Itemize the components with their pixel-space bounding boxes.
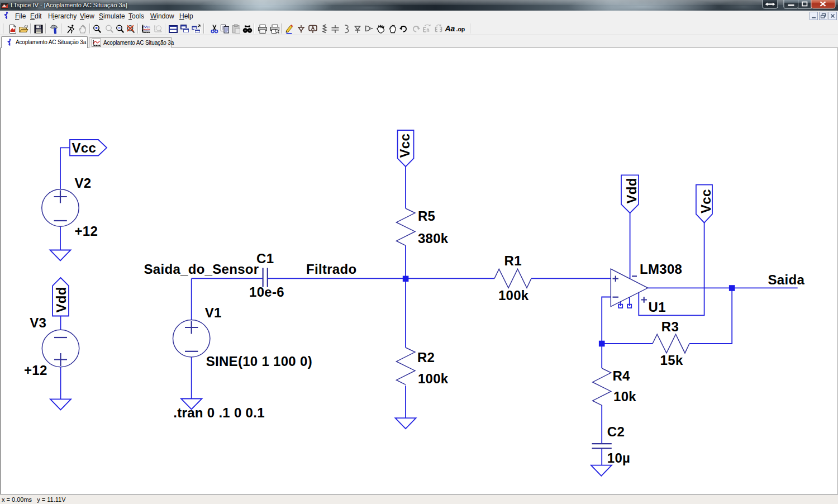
svg-text:Aa: Aa xyxy=(445,24,455,33)
svg-text:Saida_do_Sensor: Saida_do_Sensor xyxy=(144,261,259,277)
svg-text:+12: +12 xyxy=(24,363,47,378)
svg-text:Vdd: Vdd xyxy=(624,178,639,203)
svg-text:100k: 100k xyxy=(498,288,529,303)
svg-text:U1: U1 xyxy=(649,299,666,315)
svg-text:380k: 380k xyxy=(418,231,449,246)
svg-text:10µ: 10µ xyxy=(607,450,630,465)
svg-text:Filtrado: Filtrado xyxy=(306,261,356,277)
svg-text:V3: V3 xyxy=(30,315,46,330)
svg-text:10e-6: 10e-6 xyxy=(249,284,284,299)
svg-text:R3: R3 xyxy=(661,319,679,334)
svg-text:Vdd: Vdd xyxy=(54,287,69,312)
svg-text:V1: V1 xyxy=(205,305,222,320)
svg-text:10k: 10k xyxy=(613,389,636,404)
svg-text:LM308: LM308 xyxy=(640,261,682,277)
svg-text:Vcc: Vcc xyxy=(72,140,97,155)
svg-text:C2: C2 xyxy=(607,424,625,439)
svg-text:R5: R5 xyxy=(418,208,435,224)
svg-text:SINE(10 1 100 0): SINE(10 1 100 0) xyxy=(206,354,312,369)
svg-text:.op: .op xyxy=(456,26,465,32)
svg-text:+12: +12 xyxy=(75,224,98,239)
svg-text:.tran 0 .1 0 0.1: .tran 0 .1 0 0.1 xyxy=(173,405,265,420)
svg-text:Vcc: Vcc xyxy=(698,189,713,213)
svg-text:Saida: Saida xyxy=(768,272,805,287)
svg-text:15k: 15k xyxy=(660,353,683,368)
svg-text:R1: R1 xyxy=(504,253,522,268)
svg-text:V2: V2 xyxy=(75,175,92,191)
svg-text:R2: R2 xyxy=(417,350,435,365)
svg-text:100k: 100k xyxy=(418,371,449,386)
svg-text:Vcc: Vcc xyxy=(397,134,412,158)
svg-text:R4: R4 xyxy=(612,368,630,383)
svg-text:C1: C1 xyxy=(256,251,274,266)
